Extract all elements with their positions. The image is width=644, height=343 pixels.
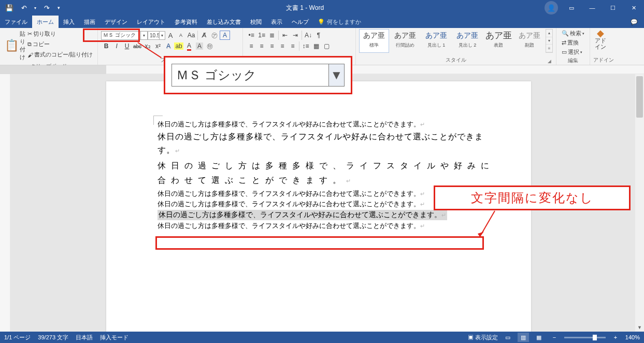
style-heading1[interactable]: あア亜見出し 1	[421, 29, 451, 53]
borders-button[interactable]: ▢	[321, 41, 332, 51]
find-button[interactable]: 🔍検索 ▾	[560, 29, 586, 38]
tab-view[interactable]: 表示	[266, 16, 287, 28]
paragraph[interactable]: 休日の過ごし方は多種多様で、ライフスタイルや好みに合わせて選ぶことができます。↵	[158, 199, 500, 209]
paste-button[interactable]: 📋 貼り付け	[3, 29, 24, 62]
tab-file[interactable]: ファイル	[0, 16, 32, 28]
word-count[interactable]: 39/273 文字	[38, 334, 68, 341]
vertical-scrollbar[interactable]: ▲ ▼	[635, 74, 644, 332]
ribbon-display-button[interactable]: ▭	[561, 0, 582, 16]
zoom-slider[interactable]	[564, 337, 606, 338]
numbering-button[interactable]: 1≡	[256, 31, 267, 40]
comments-button[interactable]: 💬	[624, 16, 644, 28]
font-color-button[interactable]: A	[184, 41, 194, 51]
paragraph-selected[interactable]: 休日の過ごし方は多種多様で、ライフスタイルや好みに合わせて選ぶことができます。↵	[158, 210, 500, 220]
char-border-button[interactable]: A	[220, 31, 230, 40]
undo-dropdown[interactable]: ▾	[32, 2, 38, 14]
align-right-button[interactable]: ≡	[267, 41, 277, 51]
format-painter-button[interactable]: 🖌書式のコピー/貼り付け	[26, 50, 94, 60]
close-button[interactable]: ✕	[623, 0, 644, 16]
style-normal[interactable]: あア亜標準	[359, 29, 389, 53]
language-indicator[interactable]: 日本語	[76, 334, 93, 341]
tab-draw[interactable]: 描画	[79, 16, 100, 28]
zoom-out-button[interactable]: −	[549, 333, 560, 342]
show-marks-button[interactable]: ¶	[313, 31, 324, 40]
zoom-in-button[interactable]: +	[610, 333, 621, 342]
display-settings-button[interactable]: ▣ 表示設定	[468, 334, 498, 341]
shading-button[interactable]: ▦	[311, 41, 321, 51]
zoom-level[interactable]: 140%	[625, 334, 640, 340]
addin-button[interactable]: ◆アド イン	[593, 29, 608, 51]
style-title[interactable]: あア亜表題	[483, 29, 513, 53]
grow-font-button[interactable]: A	[165, 31, 176, 40]
tab-help[interactable]: ヘルプ	[287, 16, 313, 28]
redo-icon: ↷	[44, 4, 50, 12]
tab-design[interactable]: デザイン	[100, 16, 132, 28]
qat-customize[interactable]: ▾	[55, 2, 62, 14]
style-no-spacing[interactable]: あア亜行間詰め	[390, 29, 420, 53]
undo-button[interactable]: ↶	[18, 2, 30, 14]
paragraph[interactable]: 休日の過ごし方は多種多様で、ライフスタイルや好みに合わせて選ぶことができます。↵	[158, 189, 500, 198]
select-button[interactable]: ▭選択 ▾	[560, 48, 586, 56]
sort-button[interactable]: A↓	[303, 31, 313, 40]
web-layout-button[interactable]: ▦	[533, 333, 545, 342]
paragraph[interactable]: 休日の過ごし方は多種多様で、ライフスタイルや好みに合わせて選ぶことができます。↵	[158, 130, 500, 158]
scrollbar-thumb[interactable]	[636, 76, 643, 118]
increase-indent-button[interactable]: ⇥	[290, 31, 300, 40]
style-heading2[interactable]: あア亜見出し 2	[452, 29, 482, 53]
italic-button[interactable]: I	[111, 41, 122, 51]
phonetic-guide-button[interactable]: ㋐	[209, 31, 220, 40]
decrease-indent-button[interactable]: ⇤	[280, 31, 290, 40]
change-case-button[interactable]: Aa	[186, 31, 196, 40]
tab-references[interactable]: 参考資料	[170, 16, 202, 28]
font-size-combo[interactable]: 10.5▼	[148, 31, 165, 40]
tab-review[interactable]: 校閲	[246, 16, 266, 28]
styles-gallery-more[interactable]: ▴▾≡	[546, 29, 553, 53]
page[interactable]: 休日の過ごし方は多種多様で、ライフスタイルや好みに合わせて選ぶことができます。↵…	[106, 81, 531, 332]
justify-button[interactable]: ≡	[277, 41, 288, 51]
underline-button[interactable]: U	[122, 41, 132, 51]
select-icon: ▭	[562, 49, 567, 55]
minimize-button[interactable]: —	[582, 0, 603, 16]
replace-button[interactable]: ⇄置換	[560, 38, 586, 47]
tab-insert[interactable]: 挿入	[59, 16, 79, 28]
styles-dialog-launcher[interactable]: ◢	[547, 59, 552, 64]
insert-mode[interactable]: 挿入モード	[100, 334, 128, 341]
save-button[interactable]: 💾	[3, 2, 16, 14]
char-shading-button[interactable]: A	[194, 41, 205, 51]
superscript-button[interactable]: x²	[153, 41, 163, 51]
highlight-button[interactable]: ab	[174, 41, 184, 51]
shrink-font-button[interactable]: A	[176, 31, 186, 40]
distribute-button[interactable]: ≡	[288, 41, 298, 51]
account-button[interactable]: 👤	[545, 1, 558, 15]
clear-formatting-button[interactable]: A̸	[199, 31, 209, 40]
font-name-combo[interactable]: ＭＳ ゴシック▼	[101, 31, 148, 40]
tab-mailings[interactable]: 差し込み文書	[202, 16, 246, 28]
style-subtitle[interactable]: あア亜副題	[514, 29, 545, 53]
enclose-chars-button[interactable]: ㊞	[205, 41, 215, 51]
cut-button[interactable]: ✂切り取り	[26, 29, 94, 39]
print-layout-button[interactable]: ▥	[518, 333, 529, 342]
page-count[interactable]: 1/1 ページ	[4, 334, 31, 341]
paragraph[interactable]: 休日の過ごし方は多種多様で、ライフスタイルや好みに合わせて選ぶことができます。↵	[158, 120, 500, 129]
read-mode-button[interactable]: ▭	[502, 333, 513, 342]
line-spacing-button[interactable]: ↕≡	[300, 41, 311, 51]
horizontal-ruler[interactable]	[0, 65, 644, 74]
align-left-button[interactable]: ≡	[246, 41, 256, 51]
paragraph-dialog-launcher[interactable]: ◢	[346, 59, 351, 64]
align-center-button[interactable]: ≡	[256, 41, 267, 51]
vertical-ruler[interactable]	[0, 74, 10, 332]
copy-button[interactable]: ⧉コピー	[26, 39, 94, 49]
maximize-button[interactable]: ☐	[603, 0, 623, 16]
paragraph[interactable]: 休日の過ごし方は多種多様で、ライフスタイルや好みに合わせて選ぶことができます。↵	[158, 159, 500, 188]
font-dialog-launcher[interactable]: ◢	[233, 59, 238, 64]
redo-button[interactable]: ↷	[40, 2, 53, 14]
bullets-button[interactable]: •≡	[246, 31, 256, 40]
text-effects-button[interactable]: A	[163, 41, 174, 51]
tab-layout[interactable]: レイアウト	[132, 16, 170, 28]
multilevel-list-button[interactable]: ≣	[267, 31, 277, 40]
paragraph[interactable]: 休日の過ごし方は多種多様で、ライフスタイルや好みに合わせて選ぶことができます。↵	[158, 221, 500, 231]
tab-home[interactable]: ホーム	[32, 16, 59, 28]
tell-me[interactable]: 💡 何をしますか	[313, 16, 365, 28]
bold-button[interactable]: B	[101, 41, 111, 51]
scroll-down-button[interactable]: ▼	[635, 323, 644, 332]
